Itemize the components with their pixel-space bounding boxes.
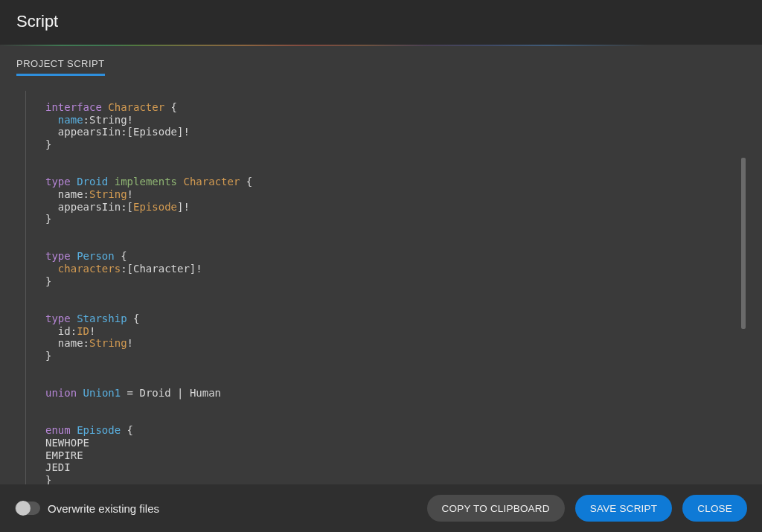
toggle-track <box>15 501 40 515</box>
close-button[interactable]: CLOSE <box>682 495 747 522</box>
code-editor[interactable]: interface Character { name:String! appea… <box>25 91 740 484</box>
scrollbar-track[interactable] <box>741 91 746 484</box>
overwrite-toggle-label: Overwrite existing files <box>48 502 159 515</box>
dialog-title: Script <box>16 12 746 31</box>
tab-project-script[interactable]: PROJECT SCRIPT <box>16 58 105 76</box>
overwrite-toggle[interactable]: Overwrite existing files <box>15 501 159 515</box>
dialog-header: Script <box>0 0 762 45</box>
editor-area: interface Character { name:String! appea… <box>16 91 746 484</box>
toggle-knob <box>16 501 31 516</box>
tab-bar: PROJECT SCRIPT <box>16 57 746 76</box>
dialog-content: PROJECT SCRIPT interface Character { nam… <box>0 46 762 484</box>
copy-to-clipboard-button[interactable]: COPY TO CLIPBOARD <box>427 495 565 522</box>
scrollbar-thumb[interactable] <box>741 158 746 329</box>
script-dialog: Script PROJECT SCRIPT interface Characte… <box>0 0 762 532</box>
dialog-footer: Overwrite existing files COPY TO CLIPBOA… <box>0 484 762 532</box>
save-script-button[interactable]: SAVE SCRIPT <box>575 495 672 522</box>
